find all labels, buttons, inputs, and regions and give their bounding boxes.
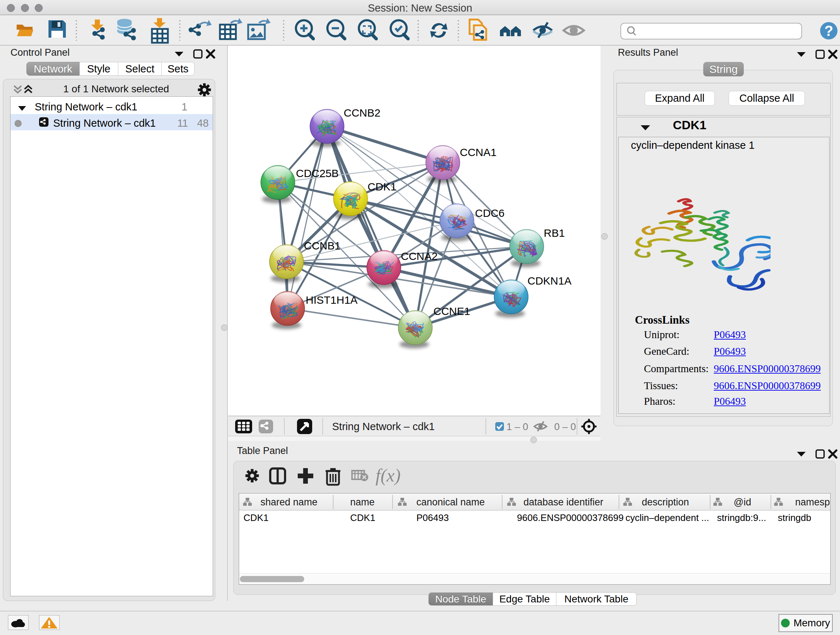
svg-text:String Network – cdk1: String Network – cdk1 — [35, 101, 137, 112]
svg-text:@id: @id — [734, 497, 751, 508]
svg-text:1 of 1 Network selected: 1 of 1 Network selected — [63, 83, 169, 95]
svg-text:CCNE1: CCNE1 — [433, 305, 470, 317]
svg-text:canonical name: canonical name — [416, 497, 485, 508]
svg-text:String Network – cdk1: String Network – cdk1 — [53, 117, 156, 129]
svg-text:CDC25B: CDC25B — [296, 167, 339, 179]
svg-text:11: 11 — [177, 117, 188, 129]
svg-text:1 – 0: 1 – 0 — [507, 421, 528, 432]
svg-text:?: ? — [824, 23, 833, 39]
svg-text:1: 1 — [182, 101, 187, 112]
svg-text:CDK1: CDK1 — [368, 181, 396, 193]
svg-text:CDC6: CDC6 — [475, 207, 505, 219]
svg-text:f(x): f(x) — [376, 465, 401, 486]
svg-text:HIST1H1A: HIST1H1A — [306, 294, 357, 306]
svg-text:String Network – cdk1: String Network – cdk1 — [332, 421, 435, 432]
svg-text:CCNA2: CCNA2 — [401, 250, 438, 262]
svg-text:database identifier: database identifier — [523, 497, 603, 508]
svg-text:CCNB2: CCNB2 — [344, 107, 381, 119]
svg-text:0 – 0: 0 – 0 — [554, 421, 576, 432]
svg-text:shared name: shared name — [261, 497, 317, 508]
svg-text:CCNA1: CCNA1 — [460, 146, 497, 158]
svg-text:CDKN1A: CDKN1A — [527, 275, 572, 287]
svg-text:description: description — [642, 497, 689, 508]
svg-text:name: name — [350, 497, 375, 508]
svg-text:48: 48 — [197, 117, 209, 129]
svg-text:RB1: RB1 — [544, 227, 565, 239]
svg-text:CCNB1: CCNB1 — [304, 240, 341, 252]
svg-text:namespace: namespace — [795, 497, 830, 508]
